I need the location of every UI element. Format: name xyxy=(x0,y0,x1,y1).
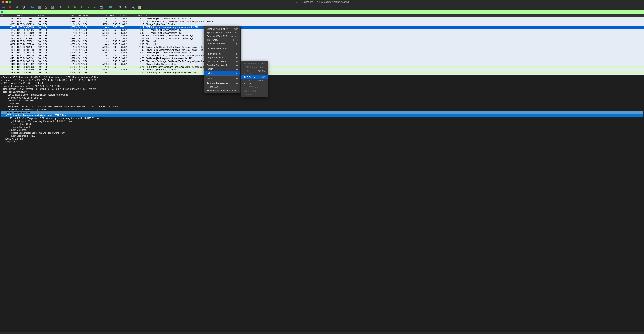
reload-icon[interactable] xyxy=(50,5,54,9)
close-window-button[interactable] xyxy=(2,1,4,3)
find-icon[interactable] xyxy=(60,5,64,9)
detail-ip[interactable]: Internet Protocol Version 4, Src: 10.1.1… xyxy=(3,85,60,87)
packet-row[interactable]: 424018:37:18.47064210.1.1.5844310.1.1.36… xyxy=(0,34,644,37)
ctx-set-unset-time-reference[interactable]: Set/Unset Time Reference⌘T xyxy=(204,34,240,38)
col-time[interactable]: Time xyxy=(16,14,38,17)
detail-http-version[interactable]: Request Version: HTTP/1.1 xyxy=(8,135,35,137)
ctx-copy[interactable]: Copy▶ xyxy=(204,76,240,80)
ctx-show-packet-in-new-window[interactable]: Show Packet in New Window xyxy=(204,89,240,92)
packet-row[interactable]: 420118:37:18.21134210.1.1.365838310.1.1.… xyxy=(0,20,644,23)
packet-row[interactable]: 423518:37:18.45362510.1.1.365838310.1.1.… xyxy=(0,26,644,29)
packet-list[interactable]: 420018:37:18.21134110.1.1.365838310.1.1.… xyxy=(0,17,644,75)
ctx-follow[interactable]: Follow▶ xyxy=(204,71,240,75)
packet-row[interactable]: 442718:37:28.64455710.1.1.5844310.1.1.36… xyxy=(0,74,644,75)
detail-tls-encrypted-data[interactable]: Encrypted Application Data: 000000000000… xyxy=(8,105,120,108)
display-filter-bar[interactable]: tls xyxy=(0,10,644,14)
ctx-protocol-preferences[interactable]: Protocol Preferences▶ xyxy=(204,81,240,85)
detail-tls-record[interactable]: TLSv1.2 Record Layer: Application Data P… xyxy=(6,94,68,96)
packet-row[interactable]: 442318:37:28.63149910.1.1.5844310.1.1.36… xyxy=(0,68,644,71)
autoscroll-icon[interactable] xyxy=(99,5,103,9)
save-file-icon[interactable] xyxy=(37,5,41,9)
minimize-window-button[interactable] xyxy=(6,1,8,3)
detail-http-expert[interactable]: [Expert Info (Chat/Sequence): GET /httpa… xyxy=(10,117,100,120)
detail-http-method[interactable]: Request Method: GET xyxy=(8,129,30,131)
detail-vlan[interactable]: 802.1Q Virtual LAN, PRI: 0, DEI: 0, ID: … xyxy=(3,82,43,84)
ctx-prepare-as-filter[interactable]: Prepare as Filter▶ xyxy=(204,56,240,59)
packet-row[interactable]: 440418:37:28.20543410.1.1.365838510.1.1.… xyxy=(0,57,644,60)
detail-tls-content-type[interactable]: Content Type: Application Data (23) xyxy=(8,96,43,99)
packet-row[interactable]: 439418:37:28.18433410.1.1.5844310.1.1.36… xyxy=(0,46,644,49)
packet-row[interactable]: 442118:37:28.62459310.1.1.365838610.1.1.… xyxy=(0,66,644,69)
detail-http-severity[interactable]: [Severity level: Chat] xyxy=(11,123,32,125)
ctx-conversation-filter[interactable]: Conversation Filter▶ xyxy=(204,59,240,63)
packet-details-pane[interactable]: Frame 4235: 314 bytes on wire (2512 bits… xyxy=(0,75,644,143)
restart-capture-icon[interactable] xyxy=(15,5,19,9)
colorize-icon[interactable] xyxy=(109,5,113,9)
back-icon[interactable] xyxy=(66,5,70,9)
detail-http-expert-get[interactable]: [GET /httpapi.asp?command=getNetworkHeal… xyxy=(11,120,72,122)
detail-frame[interactable]: Frame 4235: 314 bytes on wire (2512 bits… xyxy=(3,76,98,78)
packet-row[interactable]: 439218:37:28.17511810.1.1.365838610.1.1.… xyxy=(0,43,644,46)
ctx-decode-as-[interactable]: Decode As… xyxy=(204,85,240,89)
ctx-edit-resolved-name[interactable]: Edit Resolved Name xyxy=(204,47,240,50)
col-protocol[interactable]: Protocol xyxy=(118,14,135,17)
maximize-window-button[interactable] xyxy=(9,1,11,3)
detail-http-uri[interactable]: Request URI: /httpapi.asp?command=getNet… xyxy=(10,132,65,134)
zoom-in-icon[interactable] xyxy=(118,5,122,9)
zoom-out-icon[interactable] xyxy=(124,5,129,9)
resize-columns-icon[interactable] xyxy=(138,5,142,9)
ctx-time-shift-[interactable]: Time Shift…⇧⌘T xyxy=(204,38,240,42)
detail-http-host[interactable]: Host: 10.1.1.58\r\n xyxy=(4,137,23,140)
packet-row[interactable]: 423118:37:18.45012310.1.1.5844310.1.1.36… xyxy=(0,23,644,26)
packet-row[interactable]: 438918:37:28.17450210.1.1.365838510.1.1.… xyxy=(0,40,644,43)
ctx-apply-as-filter[interactable]: Apply as Filter▶ xyxy=(204,52,240,56)
packet-row[interactable]: 423918:37:18.47019010.1.1.5844310.1.1.36… xyxy=(0,32,644,35)
detail-ethernet[interactable]: Ethernet II, Src: Apple_2b:fb:78 (a8:9c:… xyxy=(3,79,97,81)
detail-http-group[interactable]: [Group: Sequence] xyxy=(11,126,30,128)
packet-row[interactable]: 424318:37:18.47379710.1.1.365838310.1.1.… xyxy=(0,37,644,40)
ctx-ignore-unignore-packet[interactable]: Ignore/Unignore Packet⌘D xyxy=(204,31,240,34)
ctx-colorize-conversation[interactable]: Colorize Conversation▶ xyxy=(204,63,240,67)
packet-row[interactable]: 420018:37:18.21134110.1.1.365838310.1.1.… xyxy=(0,17,644,20)
close-file-icon[interactable] xyxy=(44,5,48,9)
packet-row[interactable]: 441918:37:28.61892210.1.1.5844310.1.1.36… xyxy=(0,63,644,66)
packet-row[interactable]: 440518:37:28.20543510.1.1.365838510.1.1.… xyxy=(0,60,644,63)
stop-capture-icon[interactable] xyxy=(8,5,12,9)
first-packet-icon[interactable] xyxy=(86,5,90,9)
follow-http-stream[interactable]: HTTP Stream⌥⇧⌘H xyxy=(241,79,268,85)
detail-tls-version[interactable]: Version: TLS 1.2 (0x0303) xyxy=(8,99,34,102)
detail-tcp[interactable]: Transmission Control Protocol, Src Port:… xyxy=(3,88,96,90)
packet-row[interactable]: 442518:37:28.63617410.1.1.365838510.1.1.… xyxy=(0,71,644,74)
follow-tls-stream[interactable]: TLS Stream⌥⇧⌘S xyxy=(241,75,268,79)
goto-packet-icon[interactable] xyxy=(80,5,84,9)
last-packet-icon[interactable] xyxy=(93,5,97,9)
packet-row[interactable]: 440018:37:28.20243210.1.1.365838610.1.1.… xyxy=(0,51,644,54)
shark-fin-icon[interactable] xyxy=(2,5,6,9)
col-dport[interactable]: DPort xyxy=(102,14,110,17)
detail-http-get[interactable]: GET /httpapi.asp?command=getNetworkHealt… xyxy=(6,114,66,117)
zoom-reset-icon[interactable] xyxy=(131,5,135,9)
options-icon[interactable] xyxy=(21,5,25,9)
packet-row[interactable]: 440118:37:28.20243510.1.1.365838610.1.1.… xyxy=(0,54,644,57)
ctx-packet-comments[interactable]: Packet Comments▶ xyxy=(204,42,240,46)
col-destination[interactable]: Destination xyxy=(77,14,102,17)
col-dscp[interactable]: DSCP xyxy=(110,14,118,17)
detail-tls-length[interactable]: Length: 239 xyxy=(8,102,20,105)
col-source[interactable]: Source xyxy=(38,14,68,17)
detail-tls-app-proto[interactable]: [Application Data Protocol: http-over-tl… xyxy=(8,108,47,111)
forward-icon[interactable] xyxy=(73,5,77,9)
open-file-icon[interactable] xyxy=(30,5,35,9)
col-info[interactable]: Info xyxy=(145,14,644,17)
packet-row[interactable]: 439518:37:28.18504810.1.1.5844310.1.1.36… xyxy=(0,49,644,52)
col-length[interactable]: Length xyxy=(135,14,145,17)
display-filter-input[interactable]: tls xyxy=(4,11,6,13)
detail-http[interactable]: Hypertext Transfer Protocol xyxy=(3,111,30,114)
col-sport[interactable]: SPort xyxy=(68,14,77,17)
col-no[interactable]: No. xyxy=(0,14,16,17)
ctx-sctp[interactable]: SCTP▶ xyxy=(204,67,240,71)
detail-http-accept[interactable]: Accept: */*\r\n xyxy=(4,140,18,143)
bookmark-filter-icon[interactable] xyxy=(1,11,3,13)
packet-row[interactable]: 423718:37:18.46759610.1.1.5844310.1.1.36… xyxy=(0,29,644,32)
ctx-mark-unmark-packet[interactable]: Mark/Unmark Packet⌘M xyxy=(204,27,240,31)
detail-tls[interactable]: Transport Layer Security xyxy=(3,91,27,93)
